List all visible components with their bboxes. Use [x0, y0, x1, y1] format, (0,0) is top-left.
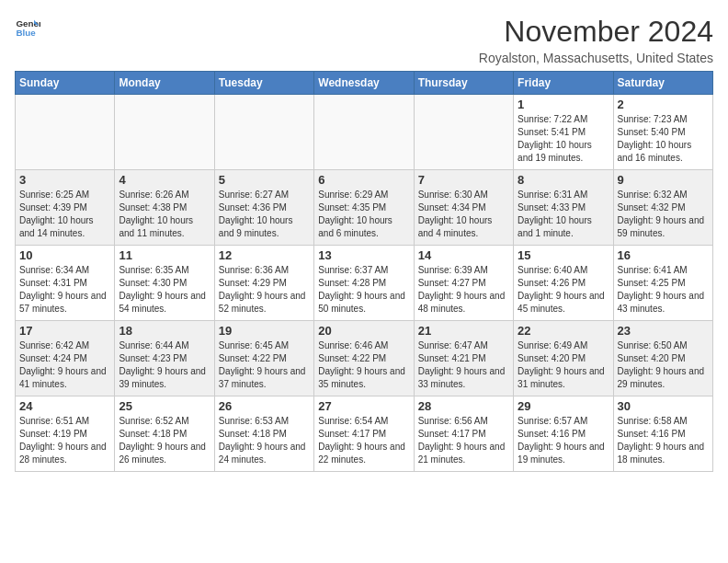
day-number: 2	[618, 98, 709, 111]
calendar-cell: 11Sunrise: 6:35 AMSunset: 4:30 PMDayligh…	[115, 246, 214, 321]
calendar-cell: 19Sunrise: 6:45 AMSunset: 4:22 PMDayligh…	[214, 321, 313, 396]
day-number: 5	[219, 173, 310, 187]
calendar-week-2: 3Sunrise: 6:25 AMSunset: 4:39 PMDaylight…	[16, 170, 713, 246]
day-number: 3	[19, 173, 110, 187]
calendar-cell: 7Sunrise: 6:30 AMSunset: 4:34 PMDaylight…	[414, 170, 513, 246]
cell-content: Daylight: 9 hours and 52 minutes.	[219, 290, 310, 316]
cell-content: Daylight: 9 hours and 45 minutes.	[518, 290, 609, 316]
cell-content: Daylight: 9 hours and 18 minutes.	[618, 441, 709, 466]
cell-content: Sunrise: 6:25 AM	[19, 189, 110, 201]
cell-content: Sunrise: 6:29 AM	[318, 189, 409, 201]
cell-content: Daylight: 10 hours and 4 minutes.	[418, 214, 509, 240]
cell-content: Sunset: 4:32 PM	[618, 201, 709, 214]
day-number: 20	[318, 324, 409, 338]
calendar-cell	[314, 95, 414, 170]
cell-content: Sunrise: 6:47 AM	[418, 339, 509, 352]
cell-content: Sunset: 5:41 PM	[518, 126, 609, 139]
day-number: 24	[19, 399, 110, 413]
svg-text:General: General	[16, 18, 40, 29]
cell-content: Sunset: 4:17 PM	[418, 428, 509, 441]
cell-content: Sunset: 4:17 PM	[318, 428, 409, 441]
day-number: 8	[518, 173, 609, 187]
cell-content: Daylight: 9 hours and 54 minutes.	[119, 290, 210, 316]
cell-content: Sunrise: 6:26 AM	[119, 189, 210, 201]
day-number: 16	[618, 248, 709, 262]
title-section: November 2024 Royalston, Massachusetts, …	[479, 15, 713, 65]
cell-content: Daylight: 10 hours and 1 minute.	[518, 214, 609, 240]
calendar-cell: 21Sunrise: 6:47 AMSunset: 4:21 PMDayligh…	[414, 321, 513, 396]
cell-content: Sunrise: 6:40 AM	[518, 264, 609, 277]
cell-content: Sunrise: 7:22 AM	[518, 113, 609, 126]
calendar-cell: 13Sunrise: 6:37 AMSunset: 4:28 PMDayligh…	[314, 246, 414, 321]
cell-content: Sunrise: 6:27 AM	[219, 189, 310, 201]
col-wednesday: Wednesday	[314, 72, 414, 95]
day-number: 29	[518, 399, 609, 413]
calendar-cell: 28Sunrise: 6:56 AMSunset: 4:17 PMDayligh…	[414, 396, 513, 472]
cell-content: Sunset: 4:21 PM	[418, 352, 509, 365]
calendar-cell: 17Sunrise: 6:42 AMSunset: 4:24 PMDayligh…	[16, 321, 115, 396]
day-number: 26	[219, 399, 310, 413]
calendar-cell: 25Sunrise: 6:52 AMSunset: 4:18 PMDayligh…	[115, 396, 214, 472]
cell-content: Daylight: 10 hours and 16 minutes.	[618, 139, 709, 165]
calendar-cell: 8Sunrise: 6:31 AMSunset: 4:33 PMDaylight…	[514, 170, 613, 246]
cell-content: Sunrise: 6:44 AM	[119, 339, 210, 352]
calendar-cell: 6Sunrise: 6:29 AMSunset: 4:35 PMDaylight…	[314, 170, 414, 246]
day-number: 14	[418, 248, 509, 262]
cell-content: Daylight: 9 hours and 22 minutes.	[318, 441, 409, 466]
cell-content: Sunset: 4:25 PM	[618, 277, 709, 290]
cell-content: Sunrise: 6:32 AM	[618, 189, 709, 201]
cell-content: Sunrise: 6:49 AM	[518, 339, 609, 352]
header-row: Sunday Monday Tuesday Wednesday Thursday…	[16, 72, 713, 95]
calendar-cell: 23Sunrise: 6:50 AMSunset: 4:20 PMDayligh…	[613, 321, 712, 396]
cell-content: Sunrise: 7:23 AM	[618, 113, 709, 126]
day-number: 19	[219, 324, 310, 338]
cell-content: Sunset: 4:16 PM	[618, 428, 709, 441]
cell-content: Daylight: 10 hours and 11 minutes.	[119, 214, 210, 240]
calendar-cell: 1Sunrise: 7:22 AMSunset: 5:41 PMDaylight…	[514, 95, 613, 170]
cell-content: Sunset: 4:23 PM	[119, 352, 210, 365]
calendar-cell: 10Sunrise: 6:34 AMSunset: 4:31 PMDayligh…	[16, 246, 115, 321]
cell-content: Sunrise: 6:45 AM	[219, 339, 310, 352]
day-number: 22	[518, 324, 609, 338]
day-number: 9	[618, 173, 709, 187]
cell-content: Sunrise: 6:51 AM	[19, 415, 110, 428]
cell-content: Daylight: 9 hours and 50 minutes.	[318, 290, 409, 316]
cell-content: Sunrise: 6:41 AM	[618, 264, 709, 277]
day-number: 30	[618, 399, 709, 413]
svg-text:Blue: Blue	[16, 28, 36, 38]
day-number: 1	[518, 98, 609, 111]
cell-content: Sunset: 4:20 PM	[518, 352, 609, 365]
day-number: 21	[418, 324, 509, 338]
cell-content: Sunset: 4:18 PM	[119, 428, 210, 441]
calendar-cell: 14Sunrise: 6:39 AMSunset: 4:27 PMDayligh…	[414, 246, 513, 321]
cell-content: Daylight: 9 hours and 28 minutes.	[19, 441, 110, 466]
cell-content: Sunset: 4:26 PM	[518, 277, 609, 290]
cell-content: Sunset: 4:16 PM	[518, 428, 609, 441]
col-monday: Monday	[115, 72, 214, 95]
cell-content: Daylight: 9 hours and 26 minutes.	[119, 441, 210, 466]
cell-content: Daylight: 9 hours and 29 minutes.	[618, 365, 709, 391]
calendar-cell: 3Sunrise: 6:25 AMSunset: 4:39 PMDaylight…	[16, 170, 115, 246]
cell-content: Daylight: 10 hours and 19 minutes.	[518, 139, 609, 165]
cell-content: Daylight: 10 hours and 14 minutes.	[19, 214, 110, 240]
day-number: 13	[318, 248, 409, 262]
day-number: 11	[119, 248, 210, 262]
logo: General Blue	[15, 15, 40, 40]
cell-content: Daylight: 9 hours and 39 minutes.	[119, 365, 210, 391]
cell-content: Daylight: 9 hours and 24 minutes.	[219, 441, 310, 466]
cell-content: Daylight: 9 hours and 31 minutes.	[518, 365, 609, 391]
calendar-cell: 18Sunrise: 6:44 AMSunset: 4:23 PMDayligh…	[115, 321, 214, 396]
cell-content: Sunrise: 6:30 AM	[418, 189, 509, 201]
cell-content: Sunrise: 6:52 AM	[119, 415, 210, 428]
day-number: 18	[119, 324, 210, 338]
calendar-week-4: 17Sunrise: 6:42 AMSunset: 4:24 PMDayligh…	[16, 321, 713, 396]
cell-content: Sunset: 4:24 PM	[19, 352, 110, 365]
cell-content: Daylight: 9 hours and 35 minutes.	[318, 365, 409, 391]
cell-content: Sunrise: 6:39 AM	[418, 264, 509, 277]
calendar-week-1: 1Sunrise: 7:22 AMSunset: 5:41 PMDaylight…	[16, 95, 713, 170]
logo-icon: General Blue	[15, 15, 40, 40]
day-number: 25	[119, 399, 210, 413]
calendar-cell	[214, 95, 313, 170]
cell-content: Sunrise: 6:31 AM	[518, 189, 609, 201]
calendar-cell: 2Sunrise: 7:23 AMSunset: 5:40 PMDaylight…	[613, 95, 712, 170]
